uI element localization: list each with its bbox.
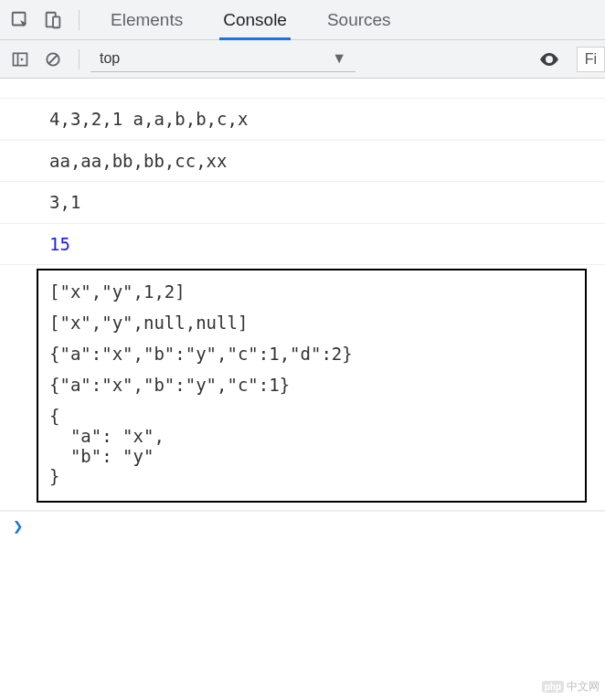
console-output: 4,3,2,1 a,a,b,b,c,x aa,aa,bb,bb,cc,xx 3,… bbox=[0, 79, 605, 539]
log-row: 4,3,2,1 a,a,b,b,c,x bbox=[0, 99, 605, 141]
console-sidebar-toggle-icon[interactable] bbox=[9, 48, 31, 70]
filter-placeholder: Fi bbox=[585, 51, 597, 68]
clear-console-icon[interactable] bbox=[42, 48, 64, 70]
log-line: ["x","y",null,null] bbox=[49, 307, 574, 338]
watermark-badge: php bbox=[542, 681, 564, 693]
log-boxed-group: ["x","y",1,2] ["x","y",null,null] {"a":"… bbox=[37, 269, 587, 503]
device-toggle-icon[interactable] bbox=[42, 9, 64, 31]
log-number: 15 bbox=[49, 234, 70, 254]
tab-elements[interactable]: Elements bbox=[90, 0, 203, 39]
svg-line-6 bbox=[48, 55, 58, 64]
console-toolbar: top ▼ Fi bbox=[0, 40, 605, 79]
log-row: 15 bbox=[0, 224, 605, 266]
inspect-element-icon[interactable] bbox=[9, 9, 31, 31]
svg-point-7 bbox=[547, 58, 551, 61]
log-line: { "a": "x", "b": "y" } bbox=[49, 400, 574, 492]
watermark-text: 中文网 bbox=[567, 679, 600, 695]
log-line: {"a":"x","b":"y","c":1} bbox=[49, 369, 574, 400]
execution-context-label: top bbox=[100, 50, 120, 67]
prompt-arrow-icon: ❯ bbox=[13, 515, 23, 536]
devtools-tabs-bar: Elements Console Sources bbox=[0, 0, 605, 40]
log-row: 3,1 bbox=[0, 182, 605, 224]
live-expression-icon[interactable] bbox=[538, 48, 560, 70]
separator bbox=[79, 10, 80, 30]
tab-sources[interactable]: Sources bbox=[307, 0, 411, 39]
watermark: php 中文网 bbox=[542, 679, 600, 695]
log-line: ["x","y",1,2] bbox=[49, 276, 574, 307]
svg-rect-2 bbox=[53, 16, 59, 27]
svg-rect-3 bbox=[14, 53, 27, 65]
chevron-down-icon: ▼ bbox=[332, 50, 346, 67]
log-row-truncated bbox=[0, 79, 605, 99]
separator bbox=[79, 49, 80, 69]
log-line: {"a":"x","b":"y","c":1,"d":2} bbox=[49, 338, 574, 369]
tab-console[interactable]: Console bbox=[203, 0, 307, 39]
console-prompt[interactable]: ❯ bbox=[0, 511, 605, 539]
log-row: aa,aa,bb,bb,cc,xx bbox=[0, 141, 605, 183]
filter-input[interactable]: Fi bbox=[577, 47, 605, 72]
execution-context-select[interactable]: top ▼ bbox=[90, 47, 356, 72]
